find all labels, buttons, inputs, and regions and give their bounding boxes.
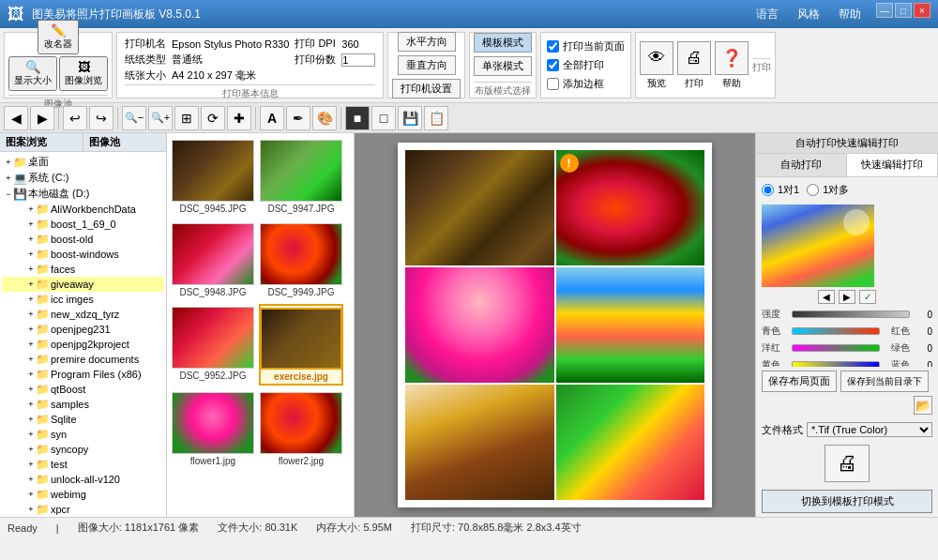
- magenta-label: 洋红: [762, 341, 788, 355]
- tree-item-giveaway[interactable]: + 📁 giveaway: [2, 277, 164, 292]
- image-browse-button[interactable]: 🖼 图像浏览: [59, 56, 108, 91]
- forward-button[interactable]: ▶: [30, 106, 54, 130]
- add-border-check[interactable]: 添加边框: [547, 77, 625, 91]
- file-format-select[interactable]: *.Tif (True Color): [807, 422, 932, 437]
- text-button[interactable]: A: [260, 106, 284, 130]
- ratio-1to1[interactable]: 1对1: [762, 183, 799, 197]
- save-current-dir-button[interactable]: 保存到当前目录下: [840, 371, 929, 392]
- thumb-dsc9952[interactable]: DSC_9952.JPG: [171, 304, 255, 386]
- ratio-1tomany[interactable]: 1对多: [807, 183, 849, 197]
- folder-icon-programfiles: 📁: [36, 368, 51, 381]
- folder-icon-boostwin: 📁: [36, 248, 51, 261]
- tree-item-boostwin[interactable]: + 📁 boost-windows: [2, 247, 164, 262]
- tree-item-aliworkbench[interactable]: + 📁 AliWorkbenchData: [2, 202, 164, 217]
- minimize-button[interactable]: —: [876, 3, 893, 18]
- tree-item-icc[interactable]: + 📁 icc imges: [2, 292, 164, 307]
- tree-item-programfiles[interactable]: + 📁 Program Files (x86): [2, 367, 164, 382]
- status-file-size: 文件大小: 80.31K: [218, 521, 297, 535]
- undo-button[interactable]: ↩: [63, 106, 87, 130]
- fit-button[interactable]: ⊞: [174, 106, 199, 130]
- color-button[interactable]: 🎨: [312, 106, 337, 130]
- canvas-cell-2[interactable]: !: [556, 150, 705, 265]
- tree-item-c[interactable]: + 💻 系统 (C:): [2, 170, 164, 186]
- tree-item-faces[interactable]: + 📁 faces: [2, 262, 164, 277]
- save-layout-button[interactable]: 保存布局页面: [762, 371, 837, 392]
- print-canvas: !: [398, 143, 712, 507]
- menu-style[interactable]: 风格: [792, 5, 825, 24]
- print-button[interactable]: 🖨: [677, 41, 711, 75]
- horizontal-button[interactable]: 水平方向: [398, 32, 456, 52]
- thumb-dsc9947[interactable]: DSC_9947.JPG: [259, 137, 343, 217]
- right-preview-image: [762, 204, 874, 287]
- black-box-button[interactable]: ■: [345, 106, 370, 130]
- tree-item-syncopy[interactable]: + 📁 syncopy: [2, 442, 164, 457]
- maximize-button[interactable]: □: [895, 3, 912, 18]
- copies-input[interactable]: [341, 53, 375, 67]
- tree-item-test[interactable]: + 📁 test: [2, 457, 164, 472]
- tree-item-openjpg2k[interactable]: + 📁 openjpg2kproject: [2, 337, 164, 352]
- tree-item-qtboost[interactable]: + 📁 qtBoost: [2, 382, 164, 397]
- tree-item-boost169[interactable]: + 📁 boost_1_69_0: [2, 217, 164, 232]
- save-icon-button[interactable]: 💾: [398, 106, 422, 130]
- template-mode-button[interactable]: 模板模式: [474, 33, 532, 53]
- cyan-red-bar[interactable]: [792, 327, 880, 335]
- current-page-check[interactable]: 打印当前页面: [547, 39, 625, 53]
- rotate-button[interactable]: ⟳: [201, 106, 225, 130]
- tree-item-desktop[interactable]: + 📁 桌面: [2, 154, 164, 170]
- show-size-button[interactable]: 🔍 显示大小: [8, 56, 57, 91]
- white-box-button[interactable]: □: [371, 106, 396, 130]
- all-print-check[interactable]: 全部打印: [547, 58, 625, 72]
- tab-auto-print[interactable]: 自动打印: [756, 154, 847, 176]
- tree-item-unlockall[interactable]: + 📁 unlock-all-v120: [2, 472, 164, 487]
- magenta-green-bar[interactable]: [792, 344, 880, 352]
- menu-help[interactable]: 帮助: [833, 5, 867, 24]
- draw-button[interactable]: ✒: [286, 106, 310, 130]
- quick-print-button[interactable]: 🖨: [825, 445, 870, 482]
- zoom-in-button[interactable]: 🔍+: [148, 106, 173, 130]
- vertical-button[interactable]: 垂直方向: [398, 55, 456, 75]
- single-mode-button[interactable]: 单张模式: [474, 56, 532, 76]
- redo-button[interactable]: ↪: [89, 106, 113, 130]
- canvas-cell-4[interactable]: [556, 267, 705, 383]
- tree-item-xpcr[interactable]: + 📁 xpcr: [2, 502, 164, 517]
- preview-button[interactable]: 👁: [640, 41, 673, 75]
- thumb-exercise[interactable]: exercise.jpg: [259, 304, 343, 386]
- app-logo: 🖼: [8, 5, 24, 24]
- tree-item-openjpeg231[interactable]: + 📁 openjpeg231: [2, 322, 164, 337]
- back-button[interactable]: ◀: [4, 106, 28, 130]
- prev-arrow[interactable]: ◀: [818, 290, 835, 304]
- extra-button[interactable]: 📋: [424, 106, 448, 130]
- thumb-flower1[interactable]: flower1.jpg: [171, 389, 255, 469]
- tree-item-boostold[interactable]: + 📁 boost-old: [2, 232, 164, 247]
- tab-quick-edit[interactable]: 快速编辑打印: [847, 154, 938, 176]
- thumb-dsc9945[interactable]: DSC_9945.JPG: [171, 137, 255, 217]
- help-button[interactable]: ❓: [715, 41, 749, 75]
- confirm-check[interactable]: ✓: [859, 290, 876, 304]
- switch-template-mode-button[interactable]: 切换到模板打印模式: [762, 490, 932, 513]
- tree-item-premire[interactable]: + 📁 premire documents: [2, 352, 164, 367]
- panel-headers: 图案浏览 图像池: [0, 133, 166, 152]
- thumb-flower2[interactable]: flower2.jpg: [259, 389, 343, 469]
- canvas-cell-1[interactable]: [405, 150, 554, 265]
- tree-item-syn[interactable]: + 📁 syn: [2, 427, 164, 442]
- zoom-out-button[interactable]: 🔍−: [122, 106, 146, 130]
- menu-language[interactable]: 语言: [750, 5, 784, 24]
- canvas-cell-6[interactable]: [556, 385, 705, 500]
- canvas-cell-5[interactable]: [405, 385, 554, 500]
- next-arrow[interactable]: ▶: [839, 290, 855, 304]
- tree-item-sqlite[interactable]: + 📁 Sqlite: [2, 412, 164, 427]
- open-folder-button[interactable]: 📂: [914, 396, 932, 415]
- intensity-bar[interactable]: [792, 310, 910, 318]
- thumb-dsc9948[interactable]: DSC_9948.JPG: [171, 220, 255, 300]
- add-button[interactable]: ✚: [227, 106, 251, 130]
- thumb-dsc9949[interactable]: DSC_9949.JPG: [259, 220, 343, 300]
- tree-item-webimg[interactable]: + 📁 webimg: [2, 487, 164, 502]
- tree-item-d[interactable]: − 💾 本地磁盘 (D:): [2, 186, 164, 202]
- printer-settings-button[interactable]: 打印机设置: [392, 79, 461, 98]
- tree-item-samples[interactable]: + 📁 samples: [2, 397, 164, 412]
- yellow-blue-bar[interactable]: [792, 361, 880, 367]
- tree-item-newxdzq[interactable]: + 📁 new_xdzq_tyrz: [2, 307, 164, 322]
- rename-button[interactable]: ✏️ 改名器: [38, 20, 79, 54]
- close-button[interactable]: ×: [914, 3, 930, 18]
- canvas-cell-3[interactable]: [405, 267, 554, 383]
